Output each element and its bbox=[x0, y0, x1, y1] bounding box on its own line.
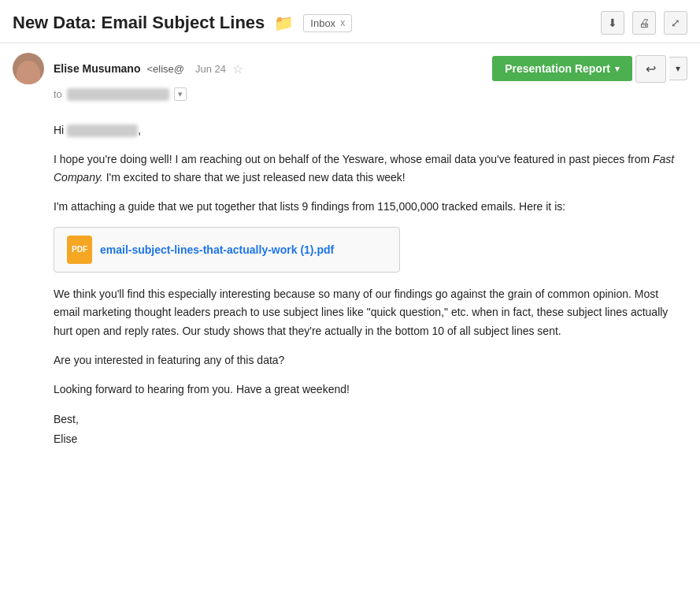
attachment-box[interactable]: PDF email-subject-lines-that-actually-wo… bbox=[54, 227, 400, 273]
to-dropdown-icon[interactable]: ▾ bbox=[174, 87, 187, 101]
para-3: We think you'll find this especially int… bbox=[54, 285, 687, 340]
folder-icon: 📁 bbox=[274, 13, 294, 32]
presentation-report-label: Presentation Report bbox=[505, 62, 610, 75]
avatar bbox=[13, 53, 44, 84]
greeting: Hi , bbox=[54, 121, 687, 139]
sender-row: Elise Musumano <elise@ Jun 24 ☆ Presenta… bbox=[0, 43, 700, 84]
to-recipients bbox=[67, 88, 169, 101]
email-subject: New Data: Email Subject Lines bbox=[13, 13, 265, 33]
para-2: I'm attaching a guide that we put togeth… bbox=[54, 198, 687, 216]
signature: Best, Elise bbox=[54, 410, 687, 449]
reply-dropdown-icon: ▾ bbox=[676, 63, 680, 74]
reply-icon: ↩ bbox=[646, 61, 656, 76]
para-1: I hope you're doing well! I am reaching … bbox=[54, 150, 687, 187]
para-1-suffix: I'm excited to share that we just releas… bbox=[103, 171, 406, 184]
top-bar: New Data: Email Subject Lines 📁 Inbox x … bbox=[0, 0, 700, 43]
download-icon: ⬇ bbox=[608, 17, 617, 29]
email-body: Hi , I hope you're doing well! I am reac… bbox=[0, 109, 700, 462]
inbox-close-btn[interactable]: x bbox=[340, 17, 345, 28]
reply-dropdown-btn[interactable]: ▾ bbox=[669, 57, 687, 80]
print-icon: 🖨 bbox=[639, 17, 650, 29]
para-4: Are you interested in featuring any of t… bbox=[54, 351, 687, 369]
presentation-dropdown-icon: ▾ bbox=[615, 64, 620, 74]
greeting-prefix: Hi bbox=[54, 124, 64, 136]
star-icon[interactable]: ☆ bbox=[232, 61, 243, 76]
sender-name: Elise Musumano bbox=[54, 62, 140, 75]
para-5: Looking forward to hearing from you. Hav… bbox=[54, 381, 687, 399]
greeting-comma: , bbox=[138, 124, 141, 136]
pdf-icon: PDF bbox=[67, 236, 92, 264]
download-btn[interactable]: ⬇ bbox=[601, 11, 624, 35]
sign-off: Best, bbox=[54, 410, 687, 429]
pdf-label: PDF bbox=[72, 243, 87, 256]
sign-name: Elise bbox=[54, 429, 687, 449]
presentation-report-btn[interactable]: Presentation Report ▾ bbox=[492, 56, 632, 81]
top-actions: ⬇ 🖨 ⤢ bbox=[601, 11, 687, 35]
action-buttons: Presentation Report ▾ ↩ ▾ bbox=[492, 55, 687, 83]
recipient-name-blurred bbox=[67, 124, 138, 137]
inbox-label: Inbox bbox=[310, 17, 335, 29]
to-label: to bbox=[54, 88, 62, 100]
to-row: to ▾ bbox=[0, 84, 700, 109]
external-btn[interactable]: ⤢ bbox=[664, 11, 687, 35]
sender-info: Elise Musumano <elise@ Jun 24 ☆ bbox=[54, 61, 483, 76]
inbox-badge: Inbox x bbox=[303, 14, 352, 32]
external-icon: ⤢ bbox=[671, 17, 680, 29]
attachment-link[interactable]: email-subject-lines-that-actually-work (… bbox=[100, 241, 334, 258]
sender-email: <elise@ bbox=[146, 63, 184, 75]
reply-btn[interactable]: ↩ bbox=[635, 55, 666, 83]
sender-name-line: Elise Musumano <elise@ Jun 24 ☆ bbox=[54, 61, 483, 76]
email-date: Jun 24 bbox=[195, 63, 226, 75]
print-btn[interactable]: 🖨 bbox=[632, 11, 656, 35]
para-1-text: I hope you're doing well! I am reaching … bbox=[54, 153, 653, 165]
